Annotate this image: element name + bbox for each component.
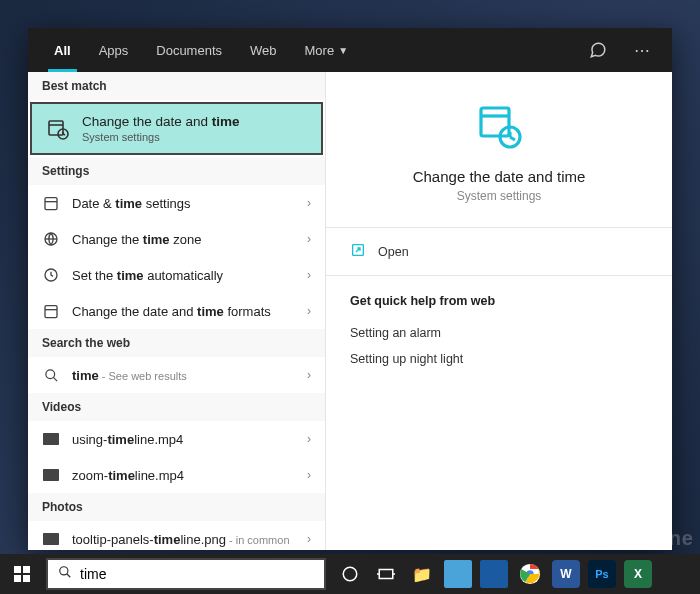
word-icon[interactable]: W [552, 560, 580, 588]
settings-item[interactable]: Date & time settings › [28, 185, 325, 221]
photo-item[interactable]: tooltip-panels-timeline.png - in common … [28, 521, 325, 550]
help-item[interactable]: Setting up night light [350, 346, 648, 372]
cortana-icon[interactable] [332, 554, 368, 594]
svg-rect-27 [23, 575, 30, 582]
svg-rect-15 [43, 469, 59, 481]
chevron-right-icon: › [307, 468, 311, 482]
chevron-right-icon: › [307, 268, 311, 282]
svg-rect-18 [481, 108, 509, 136]
preview-column: Change the date and time System settings… [326, 72, 672, 550]
video-item-label: using-timeline.mp4 [72, 432, 295, 447]
calendar-clock-large-icon [475, 102, 523, 154]
settings-item[interactable]: Change the time zone › [28, 221, 325, 257]
preview-title: Change the date and time [413, 168, 586, 185]
chevron-right-icon: › [307, 368, 311, 382]
chevron-right-icon: › [307, 532, 311, 546]
video-file-icon [42, 466, 60, 484]
section-videos: Videos [28, 393, 325, 421]
svg-line-13 [53, 377, 57, 381]
tab-web[interactable]: Web [236, 28, 291, 72]
section-photos: Photos [28, 493, 325, 521]
chevron-right-icon: › [307, 232, 311, 246]
svg-line-22 [510, 137, 515, 140]
image-file-icon [42, 530, 60, 548]
svg-rect-10 [45, 306, 57, 318]
settings-item-label: Change the date and time formats [72, 304, 295, 319]
svg-point-30 [343, 567, 357, 581]
svg-rect-14 [43, 433, 59, 445]
svg-rect-26 [14, 575, 21, 582]
file-explorer-icon[interactable]: 📁 [404, 554, 440, 594]
svg-rect-31 [379, 570, 393, 579]
video-file-icon [42, 430, 60, 448]
svg-rect-5 [45, 198, 57, 210]
svg-line-29 [67, 574, 71, 578]
chevron-down-icon: ▼ [338, 45, 348, 56]
video-item[interactable]: using-timeline.mp4 › [28, 421, 325, 457]
svg-point-12 [45, 369, 54, 378]
calendar-icon [42, 302, 60, 320]
taskbar-search-box[interactable] [46, 558, 326, 590]
app-icon[interactable] [480, 560, 508, 588]
preview-subtitle: System settings [457, 189, 542, 203]
chevron-right-icon: › [307, 432, 311, 446]
calendar-clock-icon [46, 117, 70, 141]
section-search-web: Search the web [28, 329, 325, 357]
more-options-icon[interactable]: ⋯ [624, 32, 660, 68]
globe-icon [42, 230, 60, 248]
svg-line-4 [63, 134, 65, 135]
feedback-icon[interactable] [580, 32, 616, 68]
clock-icon [42, 266, 60, 284]
excel-icon[interactable]: X [624, 560, 652, 588]
settings-item[interactable]: Change the date and time formats › [28, 293, 325, 329]
chevron-right-icon: › [307, 196, 311, 210]
settings-item[interactable]: Set the time automatically › [28, 257, 325, 293]
search-input[interactable] [80, 566, 314, 582]
video-item-label: zoom-timeline.mp4 [72, 468, 295, 483]
svg-rect-24 [14, 566, 21, 573]
open-icon [350, 242, 366, 261]
best-match-item[interactable]: Change the date and time System settings [30, 102, 323, 155]
taskbar: 📁 W Ps X [0, 554, 700, 594]
photo-item-label: tooltip-panels-timeline.png - in common [72, 532, 295, 547]
settings-item-label: Change the time zone [72, 232, 295, 247]
search-icon [58, 565, 72, 583]
calendar-icon [42, 194, 60, 212]
app-icon[interactable] [444, 560, 472, 588]
results-column: Best match Change the date and time Syst… [28, 72, 326, 550]
task-view-icon[interactable] [368, 554, 404, 594]
start-button[interactable] [0, 554, 44, 594]
video-item[interactable]: zoom-timeline.mp4 › [28, 457, 325, 493]
help-header: Get quick help from web [350, 294, 648, 308]
search-panel: All Apps Documents Web More▼ ⋯ Best matc… [28, 28, 672, 550]
chrome-icon[interactable] [512, 554, 548, 594]
open-label: Open [378, 245, 409, 259]
tab-documents[interactable]: Documents [142, 28, 236, 72]
best-match-title: Change the date and time [82, 114, 240, 129]
svg-point-28 [60, 567, 68, 575]
best-match-subtitle: System settings [82, 131, 240, 143]
open-action[interactable]: Open [326, 228, 672, 275]
tab-more[interactable]: More▼ [291, 28, 363, 72]
photoshop-icon[interactable]: Ps [588, 560, 616, 588]
web-result-item[interactable]: time - See web results › [28, 357, 325, 393]
svg-rect-25 [23, 566, 30, 573]
tab-apps[interactable]: Apps [85, 28, 143, 72]
tab-all[interactable]: All [40, 28, 85, 72]
svg-rect-16 [43, 533, 59, 545]
help-item[interactable]: Setting an alarm [350, 320, 648, 346]
section-best-match: Best match [28, 72, 325, 100]
settings-item-label: Date & time settings [72, 196, 295, 211]
settings-item-label: Set the time automatically [72, 268, 295, 283]
tabs-bar: All Apps Documents Web More▼ ⋯ [28, 28, 672, 72]
svg-rect-0 [49, 121, 63, 135]
chevron-right-icon: › [307, 304, 311, 318]
search-icon [42, 366, 60, 384]
web-result-label: time - See web results [72, 368, 295, 383]
section-settings: Settings [28, 157, 325, 185]
